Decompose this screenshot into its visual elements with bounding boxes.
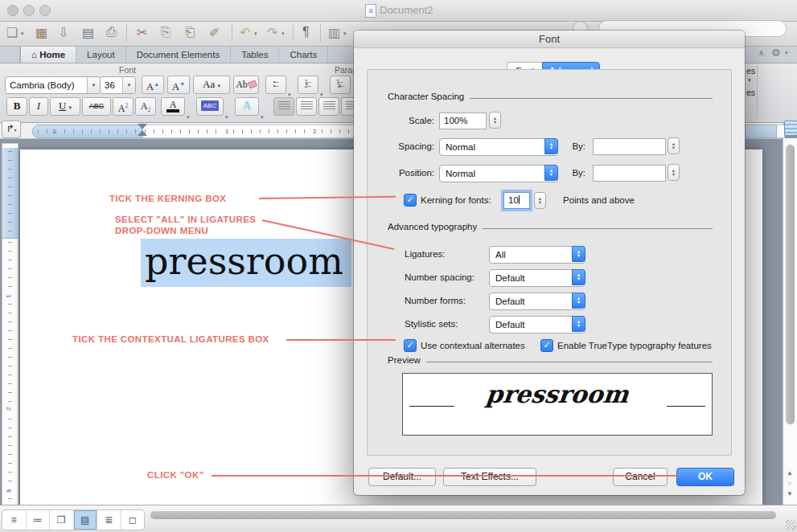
focus-view-button[interactable]: ◻ xyxy=(121,510,145,530)
selected-text-pressroom[interactable]: pressroom xyxy=(141,239,351,287)
gallery-icon[interactable]: ▦ xyxy=(35,25,47,40)
text-effects-button[interactable]: Text Effects... xyxy=(443,468,536,486)
tab-tables[interactable]: Tables xyxy=(231,47,279,63)
open-icon[interactable]: ⇩ xyxy=(58,25,68,40)
notebook-layout-view-button[interactable]: ≣ xyxy=(97,510,121,530)
redo-icon[interactable]: ↷ xyxy=(267,25,277,40)
bullet-list-button[interactable]: •– •– xyxy=(265,76,286,94)
columns-icon[interactable]: ▥ xyxy=(328,25,340,40)
previous-page-button[interactable]: ▲ xyxy=(784,469,795,477)
position-by-field[interactable] xyxy=(593,165,666,182)
highlight-caret-icon[interactable]: ▾ xyxy=(225,114,228,121)
align-right-button[interactable] xyxy=(318,97,339,116)
shrink-font-button[interactable]: A▼ xyxy=(167,76,190,94)
position-dropdown[interactable]: Normal▲▼ xyxy=(439,165,558,182)
text-effects-caret-icon[interactable]: ▾ xyxy=(261,114,264,121)
superscript-button[interactable]: A2 xyxy=(113,97,134,116)
collapse-ribbon-icon[interactable]: ∧ xyxy=(758,48,764,57)
grow-font-button[interactable]: A▲ xyxy=(142,76,164,94)
vertical-scrollbar-thumb[interactable] xyxy=(786,145,795,424)
undo-caret-icon[interactable]: ▾ xyxy=(254,31,257,37)
strikethrough-button[interactable]: ABC xyxy=(82,97,111,116)
tab-stop-selector-button[interactable]: ↱▾ xyxy=(2,121,21,138)
font-dialog-title[interactable]: Font xyxy=(354,31,745,48)
numbered-list-button[interactable]: 1– 2– xyxy=(298,76,318,94)
styles-caret-icon[interactable]: ▾ xyxy=(748,77,751,84)
undo-icon[interactable]: ↶ xyxy=(240,25,250,40)
paragraph-marks-icon[interactable]: ¶ xyxy=(302,25,310,39)
ribbon-settings-gear-icon[interactable]: ⚙ xyxy=(771,47,781,59)
number-spacing-dropdown[interactable]: Default▲▼ xyxy=(489,269,585,287)
clear-formatting-button[interactable]: Ab xyxy=(233,76,259,94)
print-icon[interactable]: ⎙ xyxy=(106,25,117,39)
subscript-button[interactable]: A2 xyxy=(135,97,156,116)
copy-icon[interactable]: ⎘ xyxy=(161,25,171,39)
number-forms-dropdown[interactable]: Default▲▼ xyxy=(489,293,585,310)
align-center-button[interactable] xyxy=(296,97,317,116)
ok-button[interactable]: OK xyxy=(676,468,734,486)
truetype-features-checkbox[interactable]: ✓ xyxy=(540,339,553,352)
position-by-stepper[interactable]: ▲▼ xyxy=(668,164,680,181)
tab-home[interactable]: ⌂ Home xyxy=(20,47,76,63)
font-color-caret-icon[interactable]: ▾ xyxy=(187,114,190,121)
highlight-button[interactable]: ABC xyxy=(196,97,224,116)
tab-charts[interactable]: Charts xyxy=(279,47,328,63)
print-layout-view-button[interactable]: ▤ xyxy=(74,510,98,530)
vertical-scrollbar[interactable] xyxy=(783,138,797,505)
default-button[interactable]: Default... xyxy=(368,468,436,486)
kerning-points-field[interactable]: 10 xyxy=(503,192,530,209)
tab-layout[interactable]: Layout xyxy=(76,47,126,63)
minimize-window-button[interactable] xyxy=(23,5,35,16)
spacing-by-field[interactable] xyxy=(593,138,666,155)
font-name-caret-icon[interactable]: ▾ xyxy=(87,77,100,93)
preview-box: pressroom xyxy=(402,373,713,436)
select-browse-object-button[interactable]: ○ xyxy=(784,480,795,487)
font-size-caret-icon[interactable]: ▾ xyxy=(122,77,135,93)
italic-button[interactable]: I xyxy=(29,97,48,116)
spacing-dropdown[interactable]: Normal▲▼ xyxy=(439,138,558,156)
outline-view-button[interactable]: ≔ xyxy=(27,510,51,530)
first-line-indent-marker[interactable] xyxy=(138,124,147,129)
text-effects-glow-button[interactable]: A xyxy=(235,97,259,116)
cancel-button[interactable]: Cancel xyxy=(613,468,668,486)
spacing-by-stepper[interactable]: ▲▼ xyxy=(668,137,680,154)
kerning-stepper[interactable]: ▲▼ xyxy=(534,192,546,209)
split-view-button[interactable] xyxy=(784,121,797,136)
tab-document-elements[interactable]: Document Elements xyxy=(126,47,232,63)
paste-icon[interactable]: ⎗ xyxy=(185,25,195,39)
publishing-layout-view-button[interactable]: ❐ xyxy=(50,510,74,530)
redo-caret-icon[interactable]: ▾ xyxy=(281,31,285,37)
contextual-alternates-checkbox[interactable]: ✓ xyxy=(404,339,417,352)
kerning-checkbox[interactable]: ✓ xyxy=(404,194,417,207)
columns-caret-icon[interactable]: ▾ xyxy=(343,31,347,37)
cut-icon[interactable]: ✂ xyxy=(137,25,147,40)
bold-button[interactable]: B xyxy=(6,97,27,116)
number-spacing-dropdown-arrows-icon: ▲▼ xyxy=(572,269,585,285)
align-left-button[interactable] xyxy=(273,97,294,116)
home-icon: ⌂ xyxy=(31,50,37,59)
hanging-indent-marker[interactable] xyxy=(138,130,147,136)
gear-caret-icon[interactable]: ▾ xyxy=(785,50,788,56)
format-painter-icon[interactable]: ✐ xyxy=(209,25,220,40)
new-document-caret-icon[interactable]: ▾ xyxy=(21,31,24,37)
font-size-combo[interactable]: 36 ▾ xyxy=(100,76,136,94)
multilevel-list-button[interactable]: 1– a– xyxy=(330,76,351,94)
next-page-button[interactable]: ▼ xyxy=(784,490,795,497)
scale-stepper[interactable]: ▲▼ xyxy=(489,112,501,129)
close-window-button[interactable] xyxy=(7,5,18,16)
ligatures-dropdown[interactable]: All▲▼ xyxy=(489,246,585,264)
underline-button[interactable]: U ▾ xyxy=(50,97,80,116)
font-color-button[interactable]: A xyxy=(161,97,185,116)
change-case-button[interactable]: Aa ▾ xyxy=(193,76,230,94)
window-resize-grip[interactable] xyxy=(786,520,796,530)
scale-field[interactable]: 100% xyxy=(439,113,487,129)
horizontal-scrollbar-thumb[interactable] xyxy=(150,511,776,519)
stylistic-sets-dropdown[interactable]: Default▲▼ xyxy=(489,316,585,334)
draft-view-button[interactable]: ≡ xyxy=(2,510,27,530)
vertical-ruler[interactable]: 1 2 3 xyxy=(2,143,18,506)
new-document-icon[interactable]: ❏ xyxy=(6,25,18,40)
font-name-combo[interactable]: Cambria (Body) ▾ xyxy=(5,76,101,94)
section-advanced-typography: Advanced typography xyxy=(388,222,713,231)
save-icon[interactable]: ▤ xyxy=(82,25,94,40)
zoom-window-button[interactable] xyxy=(39,5,51,16)
